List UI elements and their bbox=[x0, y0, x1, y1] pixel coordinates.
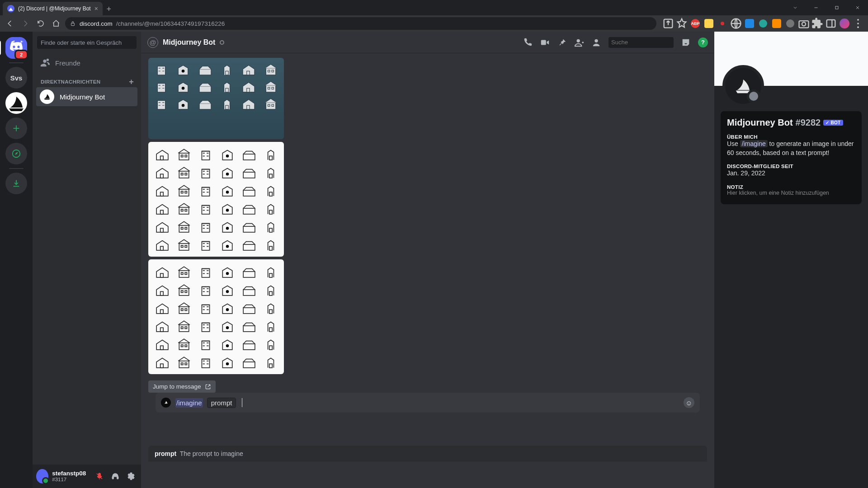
generated-image-1[interactable] bbox=[148, 58, 284, 139]
extension-yellow[interactable] bbox=[703, 17, 715, 30]
extension-gray[interactable] bbox=[784, 17, 797, 30]
note-input[interactable]: Hier klicken, um eine Notiz hinzuzufügen bbox=[727, 190, 855, 196]
search-input[interactable] bbox=[611, 39, 687, 46]
window-maximize-button[interactable] bbox=[826, 0, 847, 15]
emoji-button[interactable]: ☺ bbox=[684, 397, 694, 408]
building-icon bbox=[175, 97, 192, 110]
building-icon bbox=[219, 238, 236, 251]
svg-rect-17 bbox=[117, 477, 118, 479]
pinned-button[interactable] bbox=[557, 38, 567, 47]
guild-explore[interactable] bbox=[5, 143, 27, 164]
guild-download[interactable] bbox=[5, 173, 27, 194]
building-icon bbox=[241, 220, 258, 233]
new-tab-button[interactable]: + bbox=[103, 3, 115, 15]
building-icon bbox=[197, 202, 214, 215]
window-close-button[interactable] bbox=[847, 0, 868, 15]
building-icon bbox=[175, 183, 193, 197]
building-icon bbox=[197, 62, 214, 76]
message-search[interactable] bbox=[609, 37, 674, 48]
extension-red-dot[interactable] bbox=[716, 17, 729, 30]
nav-back-button[interactable] bbox=[4, 17, 16, 30]
guild-home[interactable]: 2 bbox=[5, 37, 27, 59]
kebab-menu-icon[interactable] bbox=[852, 17, 864, 30]
tab-close-icon[interactable]: × bbox=[94, 5, 98, 12]
guild-server-midjourney[interactable] bbox=[5, 92, 27, 114]
self-avatar[interactable] bbox=[36, 469, 48, 483]
extension-orange[interactable] bbox=[770, 17, 783, 30]
generated-image-3[interactable] bbox=[148, 259, 284, 374]
svg-rect-118 bbox=[243, 308, 255, 314]
extension-camera[interactable] bbox=[797, 17, 810, 30]
building-icon bbox=[154, 283, 171, 296]
svg-rect-52 bbox=[202, 151, 209, 160]
video-call-button[interactable] bbox=[540, 38, 550, 47]
jump-to-message-button[interactable]: Jump to message bbox=[148, 380, 216, 393]
extension-abp[interactable]: ABP bbox=[689, 17, 702, 30]
building-icon bbox=[219, 202, 236, 215]
svg-rect-54 bbox=[243, 154, 255, 160]
share-icon[interactable] bbox=[662, 17, 675, 30]
inbox-button[interactable] bbox=[681, 38, 691, 47]
chevron-down-icon[interactable] bbox=[785, 0, 806, 15]
dm-create-icon[interactable]: + bbox=[129, 79, 134, 85]
mute-mic-button[interactable] bbox=[93, 469, 105, 483]
message-composer[interactable]: /imagine prompt ☺ bbox=[156, 393, 700, 413]
building-icon bbox=[154, 202, 171, 215]
extension-blue[interactable] bbox=[743, 17, 756, 30]
nav-reload-button[interactable] bbox=[34, 17, 47, 30]
at-icon: @ bbox=[147, 37, 158, 48]
extension-teal[interactable] bbox=[757, 17, 769, 30]
compass-icon bbox=[11, 149, 21, 159]
user-settings-button[interactable] bbox=[125, 469, 137, 483]
dm-item-midjourney[interactable]: Midjourney Bot bbox=[36, 87, 137, 106]
deafen-button[interactable] bbox=[109, 469, 122, 483]
generated-image-2[interactable] bbox=[148, 142, 284, 257]
param-chip: prompt bbox=[208, 398, 236, 408]
svg-point-117 bbox=[226, 308, 229, 311]
window-minimize-button[interactable] bbox=[806, 0, 826, 15]
note-title: NOTIZ bbox=[727, 184, 855, 190]
svg-rect-98 bbox=[181, 272, 183, 274]
profile-avatar[interactable] bbox=[722, 65, 764, 107]
nav-home-button[interactable] bbox=[50, 17, 62, 30]
svg-rect-106 bbox=[181, 291, 183, 292]
building-icon bbox=[154, 183, 171, 197]
show-profile-button[interactable] bbox=[591, 38, 601, 47]
help-button[interactable]: ? bbox=[698, 38, 708, 47]
voice-call-button[interactable] bbox=[523, 38, 533, 47]
extensions-puzzle-icon[interactable] bbox=[811, 17, 824, 30]
sidebar-item-friends[interactable]: Freunde bbox=[36, 53, 137, 72]
svg-rect-48 bbox=[160, 156, 163, 160]
svg-rect-121 bbox=[179, 325, 189, 332]
building-icon bbox=[241, 319, 258, 333]
add-friend-button[interactable] bbox=[574, 38, 584, 47]
building-icon bbox=[154, 220, 171, 233]
svg-rect-84 bbox=[202, 224, 209, 232]
address-bar[interactable]: discord.com/channels/@me/106344374919731… bbox=[65, 17, 656, 30]
svg-point-141 bbox=[226, 362, 229, 365]
svg-rect-129 bbox=[179, 343, 189, 350]
svg-rect-90 bbox=[181, 245, 183, 247]
side-panel-icon[interactable] bbox=[825, 17, 837, 30]
svg-rect-68 bbox=[202, 188, 209, 196]
building-icon bbox=[262, 97, 279, 110]
profile-avatar-icon[interactable] bbox=[838, 17, 851, 30]
svg-rect-113 bbox=[179, 307, 189, 314]
guild-add-server[interactable] bbox=[5, 117, 27, 139]
dm-search-input[interactable]: Finde oder starte ein Gespräch bbox=[37, 36, 137, 49]
nav-forward-button[interactable] bbox=[19, 17, 32, 30]
open-icon bbox=[205, 384, 211, 390]
svg-rect-139 bbox=[185, 363, 187, 365]
building-icon bbox=[197, 220, 214, 233]
self-username: stefanstp08 bbox=[52, 470, 86, 477]
bookmark-star-icon[interactable] bbox=[675, 17, 688, 30]
building-icon bbox=[262, 220, 279, 233]
building-icon bbox=[241, 183, 258, 197]
guild-server-svs[interactable]: Svs bbox=[5, 67, 27, 89]
extension-globe[interactable] bbox=[730, 17, 742, 30]
building-icon bbox=[197, 80, 214, 93]
svg-rect-66 bbox=[181, 191, 183, 193]
bot-badge: BOT bbox=[823, 120, 843, 126]
browser-tab[interactable]: (2) Discord | @Midjourney Bot × bbox=[3, 2, 103, 15]
svg-rect-32 bbox=[157, 84, 165, 92]
